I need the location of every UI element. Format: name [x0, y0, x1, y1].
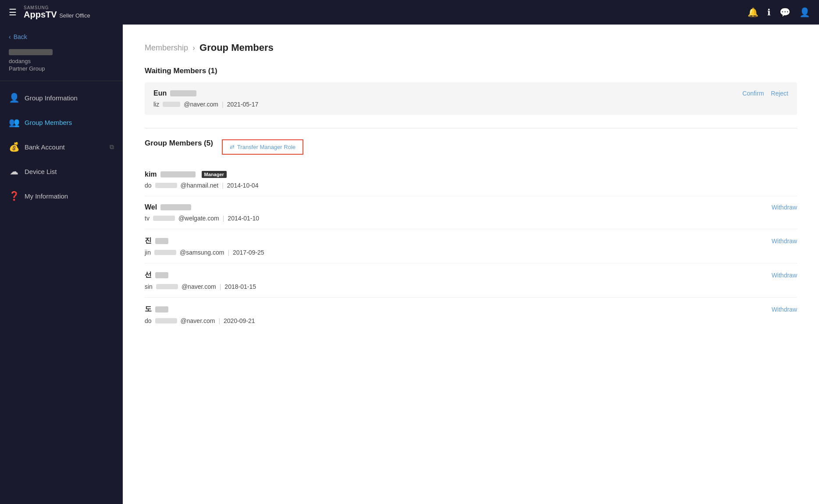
- member-info-row-5: do @naver.com | 2020-09-21: [145, 317, 797, 324]
- waiting-member-separator: |: [222, 101, 224, 108]
- sidebar-username: dodangs: [9, 58, 114, 64]
- logo-sub: Seller Office: [59, 12, 90, 19]
- back-label: Back: [14, 33, 27, 40]
- sidebar: ‹ Back dodangs Partner Group 👤 Group Inf…: [0, 25, 123, 504]
- sidebar-item-group-information[interactable]: 👤 Group Information: [0, 85, 123, 110]
- sidebar-user-section: dodangs Partner Group: [0, 45, 123, 81]
- group-section-header: Group Members (5) ⇄ Transfer Manager Rol…: [145, 139, 797, 155]
- member-name-row-1: kim Manager: [145, 170, 797, 178]
- content-area: Membership › Group Members Waiting Membe…: [123, 25, 819, 504]
- member-email-blurred-1: [155, 183, 177, 188]
- device-list-icon: ☁: [9, 166, 19, 177]
- table-row: 진 Withdraw jin @samsung.com | 2017-09-25: [145, 229, 797, 263]
- member-email-domain-5: @naver.com: [181, 317, 215, 324]
- member-name-prefix-5: 도: [145, 305, 152, 314]
- sidebar-item-label-bank-account: Bank Account: [25, 143, 104, 151]
- transfer-manager-role-button[interactable]: ⇄ Transfer Manager Role: [222, 139, 303, 155]
- group-section-title: Group Members (5): [145, 139, 213, 148]
- member-name-blurred-5: [155, 306, 168, 312]
- waiting-member-date: 2021-05-17: [227, 101, 259, 108]
- breadcrumb: Membership › Group Members: [145, 42, 797, 53]
- member-email-domain-2: @welgate.com: [178, 215, 219, 222]
- external-link-icon: ⧉: [110, 143, 114, 151]
- member-name-row-3: 진 Withdraw: [145, 236, 797, 245]
- breadcrumb-separator: ›: [192, 43, 195, 53]
- table-row: Wel Withdraw tv @welgate.com | 2014-01-1…: [145, 196, 797, 229]
- member-email-domain-3: @samsung.com: [180, 249, 224, 256]
- member-name-3: 진: [145, 236, 168, 245]
- waiting-member-name-row: Eun Confirm Reject: [153, 89, 788, 97]
- back-chevron-icon: ‹: [9, 33, 11, 40]
- member-email-domain-1: @hanmail.net: [181, 182, 219, 189]
- member-date-1: 2014-10-04: [227, 182, 259, 189]
- top-header: ☰ SAMSUNG AppsTV Seller Office 🔔 ℹ 💬 👤: [0, 0, 819, 25]
- member-name-5: 도: [145, 305, 168, 314]
- member-info-row-2: tv @welgate.com | 2014-01-10: [145, 215, 797, 222]
- member-email-domain-4: @naver.com: [182, 283, 216, 290]
- member-name-blurred-2: [160, 204, 191, 210]
- sidebar-username-blurred: [9, 49, 53, 55]
- sidebar-item-my-information[interactable]: ❓ My Information: [0, 184, 123, 208]
- member-email-prefix-3: jin: [145, 249, 151, 256]
- withdraw-button-2[interactable]: Withdraw: [772, 204, 797, 211]
- confirm-button[interactable]: Confirm: [742, 90, 764, 97]
- member-name-blurred-4: [155, 272, 168, 278]
- breadcrumb-parent: Membership: [145, 43, 188, 53]
- member-email-prefix-4: sin: [145, 283, 153, 290]
- member-name-prefix-1: kim: [145, 170, 157, 178]
- sidebar-item-device-list[interactable]: ☁ Device List: [0, 159, 123, 184]
- member-email-blurred-5: [155, 318, 177, 323]
- info-icon[interactable]: ℹ: [767, 7, 771, 18]
- manager-badge-1: Manager: [202, 171, 227, 178]
- main-layout: ‹ Back dodangs Partner Group 👤 Group Inf…: [0, 25, 819, 504]
- logo-text: AppsTV Seller Office: [24, 10, 90, 19]
- group-members-icon: 👥: [9, 117, 19, 128]
- member-email-prefix-5: do: [145, 317, 152, 324]
- member-name-row-5: 도 Withdraw: [145, 305, 797, 314]
- table-row: 도 Withdraw do @naver.com | 2020-09-21: [145, 298, 797, 331]
- member-date-5: 2020-09-21: [224, 317, 255, 324]
- table-row: kim Manager do @hanmail.net | 2014-10-04: [145, 163, 797, 196]
- group-section: Group Members (5) ⇄ Transfer Manager Rol…: [145, 139, 797, 331]
- withdraw-button-3[interactable]: Withdraw: [772, 238, 797, 245]
- member-name-row-4: 선 Withdraw: [145, 270, 797, 280]
- waiting-member-name-blurred: [170, 90, 196, 96]
- reject-button[interactable]: Reject: [771, 90, 788, 97]
- member-info-row-4: sin @naver.com | 2018-01-15: [145, 283, 797, 290]
- transfer-icon: ⇄: [230, 144, 235, 150]
- back-button[interactable]: ‹ Back: [0, 25, 123, 45]
- waiting-member-info: liz @naver.com | 2021-05-17: [153, 101, 788, 108]
- bank-account-icon: 💰: [9, 142, 19, 152]
- sidebar-item-label-group-information: Group Information: [25, 94, 114, 102]
- sidebar-item-bank-account[interactable]: 💰 Bank Account ⧉: [0, 135, 123, 159]
- my-information-icon: ❓: [9, 191, 19, 201]
- member-date-3: 2017-09-25: [233, 249, 264, 256]
- member-name-blurred-1: [160, 171, 196, 177]
- group-information-icon: 👤: [9, 92, 19, 103]
- member-name-blurred-3: [155, 238, 168, 244]
- hamburger-icon[interactable]: ☰: [9, 7, 17, 18]
- waiting-member-email-prefix: liz: [153, 101, 159, 108]
- user-icon[interactable]: 👤: [799, 7, 810, 18]
- waiting-member-email-blurred: [163, 102, 180, 107]
- waiting-section-title: Waiting Members (1): [145, 67, 797, 75]
- table-row: 선 Withdraw sin @naver.com | 2018-01-15: [145, 263, 797, 298]
- member-name-row-2: Wel Withdraw: [145, 203, 797, 211]
- section-divider: [145, 128, 797, 128]
- breadcrumb-current: Group Members: [199, 42, 274, 53]
- waiting-member-actions: Confirm Reject: [742, 90, 788, 97]
- chat-icon[interactable]: 💬: [780, 7, 791, 18]
- withdraw-button-5[interactable]: Withdraw: [772, 306, 797, 313]
- transfer-btn-label: Transfer Manager Role: [237, 144, 296, 150]
- sidebar-group: Partner Group: [9, 65, 114, 72]
- waiting-section: Waiting Members (1) Eun Confirm Reject l…: [145, 67, 797, 115]
- member-name-1: kim Manager: [145, 170, 227, 178]
- member-email-blurred-3: [154, 250, 176, 255]
- sidebar-item-group-members[interactable]: 👥 Group Members: [0, 110, 123, 135]
- withdraw-button-4[interactable]: Withdraw: [772, 272, 797, 279]
- member-info-row-3: jin @samsung.com | 2017-09-25: [145, 249, 797, 256]
- bell-icon[interactable]: 🔔: [748, 7, 758, 18]
- member-name-prefix-2: Wel: [145, 203, 157, 211]
- member-name-4: 선: [145, 270, 168, 280]
- logo-area: SAMSUNG AppsTV Seller Office: [24, 6, 90, 19]
